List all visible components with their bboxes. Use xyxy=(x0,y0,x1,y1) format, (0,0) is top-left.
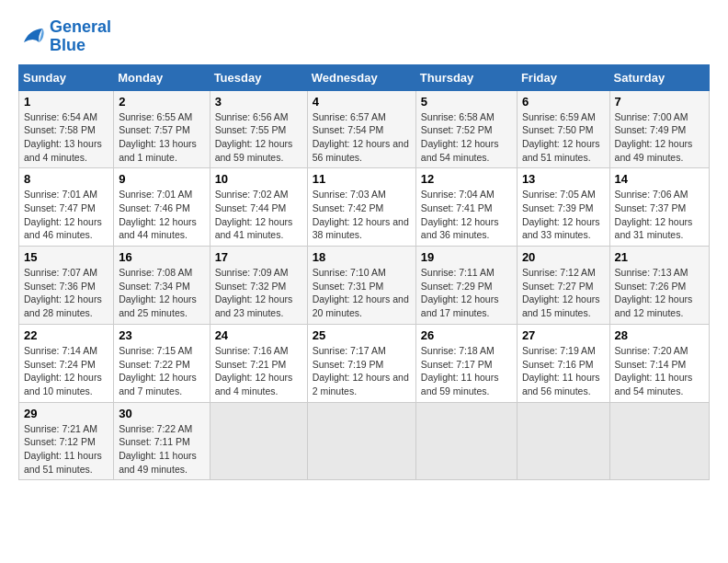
day-number: 11 xyxy=(313,172,411,186)
week-row-4: 22 Sunrise: 7:14 AMSunset: 7:24 PMDaylig… xyxy=(19,324,710,402)
week-row-1: 1 Sunrise: 6:54 AMSunset: 7:58 PMDayligh… xyxy=(19,90,710,168)
logo-icon xyxy=(18,23,46,51)
day-cell: 5 Sunrise: 6:58 AMSunset: 7:52 PMDayligh… xyxy=(415,90,517,168)
day-cell: 29 Sunrise: 7:21 AMSunset: 7:12 PMDaylig… xyxy=(19,402,114,480)
day-cell xyxy=(517,402,609,480)
day-info: Sunrise: 7:13 AMSunset: 7:26 PMDaylight:… xyxy=(615,266,704,320)
day-cell: 21 Sunrise: 7:13 AMSunset: 7:26 PMDaylig… xyxy=(609,247,709,325)
column-header-thursday: Thursday xyxy=(415,64,517,90)
day-number: 2 xyxy=(119,95,204,109)
day-cell: 14 Sunrise: 7:06 AMSunset: 7:37 PMDaylig… xyxy=(609,168,709,247)
day-number: 7 xyxy=(615,95,704,109)
day-number: 12 xyxy=(421,172,512,186)
day-info: Sunrise: 7:22 AMSunset: 7:11 PMDaylight:… xyxy=(119,422,204,477)
day-info: Sunrise: 6:54 AMSunset: 7:58 PMDaylight:… xyxy=(24,110,108,165)
calendar-header-row: SundayMondayTuesdayWednesdayThursdayFrid… xyxy=(19,64,710,90)
day-info: Sunrise: 7:21 AMSunset: 7:12 PMDaylight:… xyxy=(24,422,108,477)
week-row-2: 8 Sunrise: 7:01 AMSunset: 7:47 PMDayligh… xyxy=(19,168,710,247)
day-info: Sunrise: 6:55 AMSunset: 7:57 PMDaylight:… xyxy=(119,110,204,165)
calendar-table: SundayMondayTuesdayWednesdayThursdayFrid… xyxy=(18,64,710,481)
day-number: 4 xyxy=(313,95,411,109)
column-header-friday: Friday xyxy=(517,64,609,90)
day-number: 18 xyxy=(313,250,411,264)
day-number: 3 xyxy=(215,95,302,109)
day-cell: 12 Sunrise: 7:04 AMSunset: 7:41 PMDaylig… xyxy=(415,168,517,247)
day-cell xyxy=(210,402,307,480)
day-number: 21 xyxy=(615,250,704,264)
day-cell: 9 Sunrise: 7:01 AMSunset: 7:46 PMDayligh… xyxy=(114,168,210,247)
day-number: 17 xyxy=(215,250,302,264)
day-cell: 6 Sunrise: 6:59 AMSunset: 7:50 PMDayligh… xyxy=(517,90,609,168)
day-info: Sunrise: 7:16 AMSunset: 7:21 PMDaylight:… xyxy=(215,344,302,398)
day-number: 5 xyxy=(421,95,512,109)
day-cell: 16 Sunrise: 7:08 AMSunset: 7:34 PMDaylig… xyxy=(114,247,210,325)
day-number: 20 xyxy=(522,250,605,264)
day-number: 30 xyxy=(119,407,204,420)
day-number: 13 xyxy=(522,172,605,186)
calendar-body: 1 Sunrise: 6:54 AMSunset: 7:58 PMDayligh… xyxy=(19,90,710,480)
day-cell xyxy=(415,402,517,480)
day-cell: 18 Sunrise: 7:10 AMSunset: 7:31 PMDaylig… xyxy=(307,247,415,325)
day-cell: 27 Sunrise: 7:19 AMSunset: 7:16 PMDaylig… xyxy=(517,324,609,402)
day-info: Sunrise: 7:01 AMSunset: 7:46 PMDaylight:… xyxy=(119,188,204,242)
logo-text: General Blue xyxy=(50,18,111,55)
page-header: General Blue xyxy=(18,18,710,55)
week-row-5: 29 Sunrise: 7:21 AMSunset: 7:12 PMDaylig… xyxy=(19,402,710,480)
day-number: 28 xyxy=(615,328,704,342)
day-info: Sunrise: 7:08 AMSunset: 7:34 PMDaylight:… xyxy=(119,266,204,320)
day-number: 22 xyxy=(24,328,108,342)
day-cell: 24 Sunrise: 7:16 AMSunset: 7:21 PMDaylig… xyxy=(210,324,307,402)
day-cell: 2 Sunrise: 6:55 AMSunset: 7:57 PMDayligh… xyxy=(114,90,210,168)
day-info: Sunrise: 7:17 AMSunset: 7:19 PMDaylight:… xyxy=(313,344,411,398)
day-cell: 4 Sunrise: 6:57 AMSunset: 7:54 PMDayligh… xyxy=(307,90,415,168)
day-cell: 25 Sunrise: 7:17 AMSunset: 7:19 PMDaylig… xyxy=(307,324,415,402)
day-info: Sunrise: 7:14 AMSunset: 7:24 PMDaylight:… xyxy=(24,344,108,398)
day-cell: 13 Sunrise: 7:05 AMSunset: 7:39 PMDaylig… xyxy=(517,168,609,247)
day-number: 15 xyxy=(24,250,108,264)
day-info: Sunrise: 7:06 AMSunset: 7:37 PMDaylight:… xyxy=(615,188,704,242)
day-cell: 20 Sunrise: 7:12 AMSunset: 7:27 PMDaylig… xyxy=(517,247,609,325)
day-cell: 28 Sunrise: 7:20 AMSunset: 7:14 PMDaylig… xyxy=(609,324,709,402)
day-info: Sunrise: 7:04 AMSunset: 7:41 PMDaylight:… xyxy=(421,188,512,242)
day-number: 14 xyxy=(615,172,704,186)
day-cell xyxy=(307,402,415,480)
day-cell: 10 Sunrise: 7:02 AMSunset: 7:44 PMDaylig… xyxy=(210,168,307,247)
day-info: Sunrise: 7:15 AMSunset: 7:22 PMDaylight:… xyxy=(119,344,204,398)
day-info: Sunrise: 7:00 AMSunset: 7:49 PMDaylight:… xyxy=(615,110,704,165)
day-info: Sunrise: 6:59 AMSunset: 7:50 PMDaylight:… xyxy=(522,110,605,165)
day-number: 26 xyxy=(421,328,512,342)
day-info: Sunrise: 7:09 AMSunset: 7:32 PMDaylight:… xyxy=(215,266,302,320)
day-cell: 15 Sunrise: 7:07 AMSunset: 7:36 PMDaylig… xyxy=(19,247,114,325)
day-info: Sunrise: 7:18 AMSunset: 7:17 PMDaylight:… xyxy=(421,344,512,398)
column-header-saturday: Saturday xyxy=(609,64,709,90)
day-number: 9 xyxy=(119,172,204,186)
column-header-monday: Monday xyxy=(114,64,210,90)
day-info: Sunrise: 7:05 AMSunset: 7:39 PMDaylight:… xyxy=(522,188,605,242)
day-cell: 3 Sunrise: 6:56 AMSunset: 7:55 PMDayligh… xyxy=(210,90,307,168)
day-info: Sunrise: 7:03 AMSunset: 7:42 PMDaylight:… xyxy=(313,188,411,242)
day-number: 27 xyxy=(522,328,605,342)
day-cell: 22 Sunrise: 7:14 AMSunset: 7:24 PMDaylig… xyxy=(19,324,114,402)
day-cell: 8 Sunrise: 7:01 AMSunset: 7:47 PMDayligh… xyxy=(19,168,114,247)
day-cell xyxy=(609,402,709,480)
day-cell: 26 Sunrise: 7:18 AMSunset: 7:17 PMDaylig… xyxy=(415,324,517,402)
day-cell: 7 Sunrise: 7:00 AMSunset: 7:49 PMDayligh… xyxy=(609,90,709,168)
day-info: Sunrise: 6:57 AMSunset: 7:54 PMDaylight:… xyxy=(313,110,411,165)
day-cell: 17 Sunrise: 7:09 AMSunset: 7:32 PMDaylig… xyxy=(210,247,307,325)
day-info: Sunrise: 7:19 AMSunset: 7:16 PMDaylight:… xyxy=(522,344,605,398)
day-cell: 1 Sunrise: 6:54 AMSunset: 7:58 PMDayligh… xyxy=(19,90,114,168)
day-number: 25 xyxy=(313,328,411,342)
day-info: Sunrise: 6:56 AMSunset: 7:55 PMDaylight:… xyxy=(215,110,302,165)
day-number: 29 xyxy=(24,407,108,420)
day-cell: 23 Sunrise: 7:15 AMSunset: 7:22 PMDaylig… xyxy=(114,324,210,402)
day-number: 6 xyxy=(522,95,605,109)
day-number: 23 xyxy=(119,328,204,342)
day-info: Sunrise: 7:07 AMSunset: 7:36 PMDaylight:… xyxy=(24,266,108,320)
day-number: 16 xyxy=(119,250,204,264)
column-header-wednesday: Wednesday xyxy=(307,64,415,90)
column-header-tuesday: Tuesday xyxy=(210,64,307,90)
day-info: Sunrise: 7:12 AMSunset: 7:27 PMDaylight:… xyxy=(522,266,605,320)
day-info: Sunrise: 6:58 AMSunset: 7:52 PMDaylight:… xyxy=(421,110,512,165)
day-info: Sunrise: 7:10 AMSunset: 7:31 PMDaylight:… xyxy=(313,266,411,320)
column-header-sunday: Sunday xyxy=(19,64,114,90)
